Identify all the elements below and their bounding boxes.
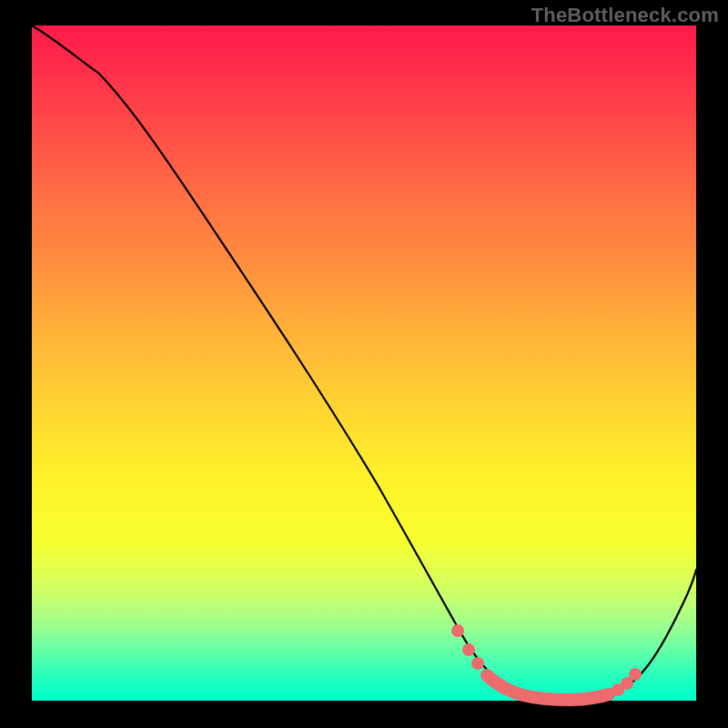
svg-point-2 (471, 657, 484, 670)
curve-layer (32, 25, 696, 701)
bottleneck-curve (32, 25, 696, 700)
svg-point-1 (462, 643, 475, 656)
svg-point-0 (451, 624, 464, 637)
watermark-label: TheBottleneck.com (531, 4, 719, 27)
optimal-range-marker (451, 624, 642, 700)
chart-frame: TheBottleneck.com (0, 0, 728, 728)
plot-area (32, 25, 696, 701)
svg-point-5 (629, 668, 642, 681)
